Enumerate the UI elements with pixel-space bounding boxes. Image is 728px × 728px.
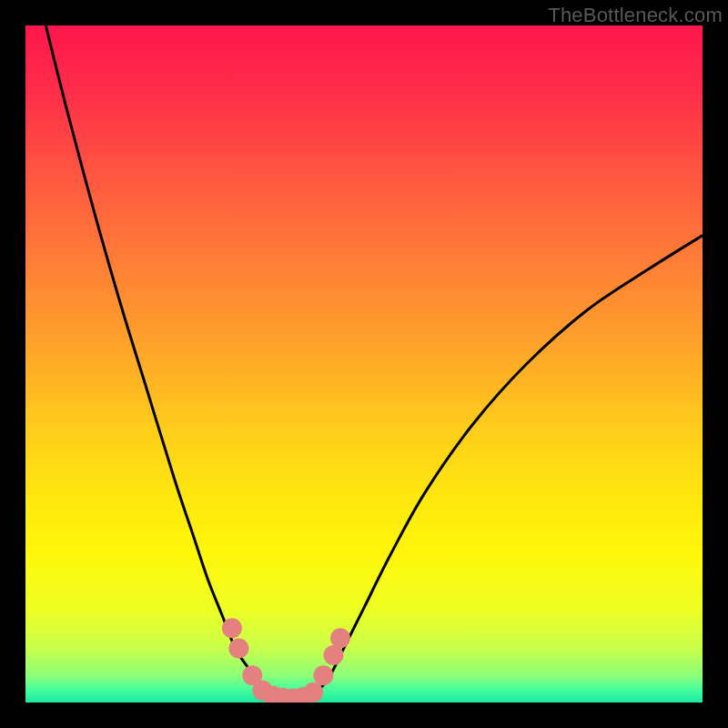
- watermark-text: TheBottleneck.com: [548, 4, 723, 27]
- right-curve: [309, 236, 703, 696]
- left-curve: [46, 25, 276, 696]
- left-curve-path: [46, 25, 276, 696]
- data-marker: [330, 628, 350, 648]
- right-curve-path: [309, 236, 703, 696]
- data-marker: [313, 665, 333, 685]
- plot-area: [25, 25, 703, 703]
- data-marker: [222, 618, 242, 638]
- data-marker: [228, 638, 248, 658]
- data-marker: [303, 682, 323, 703]
- curves-svg: [25, 25, 703, 703]
- chart-frame: TheBottleneck.com: [0, 0, 728, 728]
